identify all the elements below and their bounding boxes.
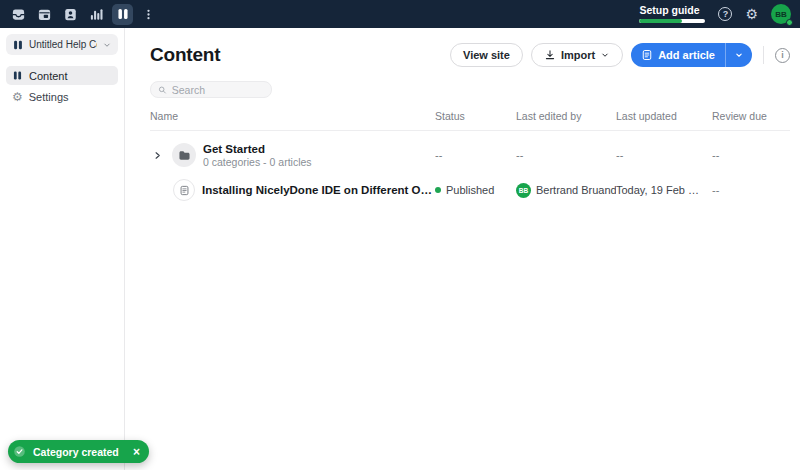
sidebar-item-content[interactable]: Content [6, 66, 118, 85]
presence-dot [786, 19, 793, 26]
add-article-button[interactable]: Add article [631, 43, 725, 67]
help-center-logo-icon [12, 39, 24, 51]
last-edited-by-cell: BB Bertrand Bruandet [516, 183, 616, 198]
review-due-cell: -- [712, 184, 790, 196]
help-center-icon[interactable] [112, 4, 133, 25]
page-title: Content [150, 44, 220, 66]
add-article-dropdown-button[interactable] [725, 43, 752, 67]
col-status: Status [435, 110, 516, 122]
workspace-name: Untitled Help Center [29, 39, 97, 50]
col-last-updated: Last updated [616, 110, 712, 122]
setup-guide-label: Setup guide [639, 5, 705, 16]
main-content: Content View site Import [125, 28, 800, 470]
setup-progress-fill [639, 19, 682, 23]
table-header: Name Status Last edited by Last updated … [150, 110, 790, 131]
toast-category-created: Category created × [8, 440, 149, 463]
workspace-selector[interactable]: Untitled Help Center [6, 34, 118, 55]
content-table: Name Status Last edited by Last updated … [150, 110, 790, 206]
inbox-icon[interactable] [8, 4, 29, 25]
review-due-cell: -- [712, 149, 790, 161]
search-box [150, 81, 272, 98]
last-updated-cell: Today, 19 Feb 2025, 10... [616, 184, 712, 196]
category-name: Get Started [203, 143, 312, 155]
add-article-split-button: Add article [631, 43, 752, 67]
col-name: Name [150, 110, 435, 122]
more-icon[interactable] [138, 4, 159, 25]
expand-chevron-icon[interactable] [150, 150, 165, 161]
published-dot-icon [435, 187, 441, 193]
last-edited-by-cell: -- [516, 149, 616, 161]
sidebar-nav: Content ⚙ Settings [6, 66, 118, 106]
user-avatar[interactable]: BB [771, 4, 791, 24]
status-cell: -- [435, 149, 516, 161]
article-icon [641, 49, 653, 61]
topbar-nav [8, 4, 159, 25]
table-row-category[interactable]: Get Started 0 categories - 0 articles --… [150, 136, 790, 174]
article-doc-icon [173, 179, 195, 201]
last-updated-cell: -- [616, 149, 712, 161]
sidebar-item-label: Settings [29, 91, 69, 103]
check-icon [13, 445, 26, 458]
import-button[interactable]: Import [531, 43, 623, 67]
editor-avatar: BB [516, 183, 531, 198]
table-row-article[interactable]: Installing NicelyDone IDE on Different O… [150, 174, 790, 206]
help-icon[interactable]: ? [718, 7, 732, 21]
contacts-icon[interactable] [60, 4, 81, 25]
col-last-edited-by: Last edited by [516, 110, 616, 122]
calendar-icon[interactable] [34, 4, 55, 25]
reports-icon[interactable] [86, 4, 107, 25]
settings-gear-icon[interactable]: ⚙ [745, 7, 758, 21]
setup-guide[interactable]: Setup guide [639, 5, 705, 23]
avatar-initials: BB [775, 10, 787, 19]
chevron-down-icon [734, 50, 744, 60]
toast-message: Category created [33, 446, 119, 458]
sidebar-item-label: Content [29, 70, 68, 82]
view-site-button[interactable]: View site [450, 43, 523, 67]
chevron-down-icon [102, 40, 112, 50]
content-icon [12, 70, 23, 81]
article-name: Installing NicelyDone IDE on Different O… [202, 184, 435, 196]
category-subtitle: 0 categories - 0 articles [203, 156, 312, 168]
chevron-down-icon [600, 50, 610, 60]
topbar: Setup guide ? ⚙ BB [0, 0, 800, 28]
search-icon [158, 85, 167, 95]
status-cell: Published [435, 184, 516, 196]
sidebar-item-settings[interactable]: ⚙ Settings [6, 87, 118, 106]
folder-icon [172, 143, 196, 167]
sidebar: Untitled Help Center Content ⚙ Settings [0, 28, 125, 470]
close-icon[interactable]: × [133, 446, 140, 458]
gear-icon: ⚙ [12, 91, 23, 103]
editor-name: Bertrand Bruandet [536, 184, 616, 196]
download-icon [544, 49, 556, 61]
status-label: Published [446, 184, 494, 196]
setup-guide-progress [639, 19, 705, 23]
search-input[interactable] [172, 84, 264, 96]
col-review-due: Review due [712, 110, 790, 122]
info-icon[interactable]: i [775, 48, 790, 63]
header-actions: View site Import [450, 43, 790, 67]
divider [763, 46, 764, 64]
